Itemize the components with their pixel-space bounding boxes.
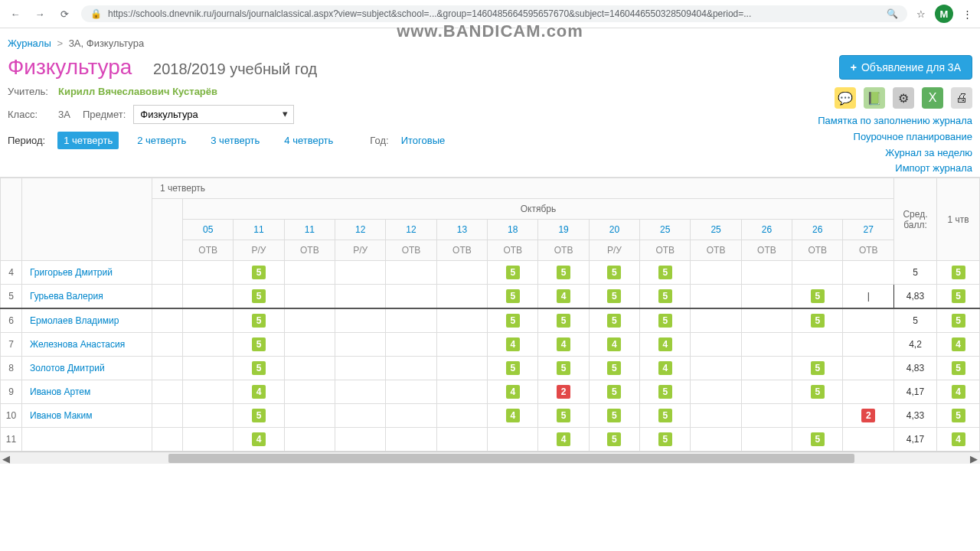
grade-cell[interactable]: 2 [538, 380, 589, 404]
student-name[interactable]: Иванов Артем [22, 380, 152, 404]
grade-cell[interactable] [152, 428, 183, 452]
grade-cell[interactable] [152, 357, 183, 380]
grade-cell[interactable]: 5 [589, 261, 639, 285]
date-header[interactable]: 26 [792, 220, 843, 240]
grade-cell[interactable] [741, 357, 792, 380]
grade-cell[interactable]: 4 [234, 428, 284, 452]
date-header[interactable]: 26 [741, 220, 792, 240]
grade-cell[interactable]: 5 [589, 308, 639, 333]
grade-cell[interactable] [691, 428, 741, 452]
grade-cell[interactable] [691, 333, 741, 357]
grade-cell[interactable] [792, 261, 843, 285]
gear-icon[interactable]: ⚙ [893, 87, 914, 109]
grade-cell[interactable]: 5 [589, 357, 639, 380]
announcement-button[interactable]: + Объявление для 3А [839, 55, 972, 80]
menu-icon[interactable]: ⋮ [962, 8, 972, 20]
final-link[interactable]: Итоговые [401, 135, 446, 146]
grade-cell[interactable]: 5 [792, 357, 843, 380]
grade-cell[interactable] [436, 285, 487, 309]
date-header[interactable]: 11 [234, 220, 284, 240]
grade-cell[interactable] [436, 357, 487, 380]
grade-cell[interactable]: 5 [589, 404, 639, 428]
breadcrumb-root[interactable]: Журналы [8, 37, 51, 49]
grade-cell[interactable] [335, 308, 386, 333]
grade-cell[interactable]: 5 [234, 357, 284, 380]
grade-cell[interactable] [843, 308, 894, 333]
grade-cell[interactable]: 5 [640, 308, 691, 333]
grade-cell[interactable] [691, 404, 741, 428]
grade-cell[interactable]: 4 [488, 380, 538, 404]
grade-cell[interactable]: 5 [640, 261, 691, 285]
subject-select[interactable]: Физкультура [133, 105, 294, 124]
grade-cell[interactable] [335, 285, 386, 309]
link-import[interactable]: Импорт журнала [818, 161, 972, 177]
search-icon[interactable]: 🔍 [887, 8, 898, 19]
grade-cell[interactable]: 5 [488, 357, 538, 380]
grade-cell[interactable] [386, 285, 436, 309]
back-button[interactable]: ← [8, 6, 23, 21]
grade-cell[interactable]: 5 [538, 404, 589, 428]
grade-cell[interactable]: 5 [234, 404, 284, 428]
period-tab-1[interactable]: 1 четверть [57, 132, 119, 149]
grade-cell[interactable]: 5 [234, 308, 284, 333]
grade-cell[interactable] [284, 428, 335, 452]
grade-cell[interactable] [183, 357, 234, 380]
grade-cell[interactable] [335, 428, 386, 452]
grade-cell[interactable] [335, 404, 386, 428]
grade-cell[interactable] [741, 308, 792, 333]
chat-icon[interactable]: 💬 [835, 87, 856, 109]
grade-cell[interactable]: 5 [792, 428, 843, 452]
scroll-left-button[interactable]: ◀ [0, 452, 12, 464]
grade-cell[interactable]: 5 [488, 285, 538, 309]
reload-button[interactable]: ⟳ [57, 6, 72, 21]
grade-cell[interactable] [386, 380, 436, 404]
date-header[interactable]: 20 [589, 220, 639, 240]
grade-cell[interactable] [436, 428, 487, 452]
teacher-name[interactable]: Кирилл Вячеславович Кустарёв [58, 86, 217, 97]
grade-cell[interactable]: 5 [234, 333, 284, 357]
grade-cell[interactable] [284, 308, 335, 333]
grade-cell[interactable]: 5 [488, 261, 538, 285]
date-header[interactable]: 27 [843, 220, 894, 240]
grade-cell[interactable] [183, 308, 234, 333]
grade-cell[interactable]: 5 [538, 308, 589, 333]
grade-cell[interactable]: 5 [640, 404, 691, 428]
grade-cell[interactable] [183, 428, 234, 452]
date-header[interactable]: 05 [183, 220, 234, 240]
excel-icon[interactable]: X [922, 87, 943, 109]
scroll-thumb[interactable] [168, 454, 854, 463]
grade-cell[interactable] [436, 261, 487, 285]
date-header[interactable]: 19 [538, 220, 589, 240]
grade-cell[interactable]: 5 [640, 428, 691, 452]
date-header[interactable]: 25 [691, 220, 741, 240]
grade-cell[interactable]: 5 [640, 285, 691, 309]
grade-cell[interactable] [436, 308, 487, 333]
grade-cell[interactable]: 5 [792, 308, 843, 333]
grade-cell[interactable] [183, 333, 234, 357]
grade-cell[interactable] [183, 404, 234, 428]
grade-cell-active[interactable] [843, 285, 894, 309]
student-name[interactable]: Гурьева Валерия [22, 285, 152, 309]
grade-cell[interactable] [488, 428, 538, 452]
grade-cell[interactable] [183, 380, 234, 404]
grade-cell[interactable] [386, 261, 436, 285]
date-header[interactable]: 18 [488, 220, 538, 240]
grade-cell[interactable] [152, 261, 183, 285]
student-name[interactable]: Железнова Анастасия [22, 333, 152, 357]
student-name[interactable]: Золотов Дмитрий [22, 357, 152, 380]
date-header[interactable]: 25 [640, 220, 691, 240]
period-tab-3[interactable]: 3 четверть [204, 132, 266, 149]
grade-cell[interactable] [386, 404, 436, 428]
student-name[interactable]: Иванов Маким [22, 404, 152, 428]
grade-cell[interactable]: 4 [640, 357, 691, 380]
grade-cell[interactable] [284, 380, 335, 404]
grade-cell[interactable] [741, 380, 792, 404]
date-header[interactable]: 13 [436, 220, 487, 240]
star-icon[interactable]: ☆ [916, 8, 926, 20]
grade-cell[interactable] [843, 380, 894, 404]
grade-cell[interactable] [792, 333, 843, 357]
grade-cell[interactable] [843, 261, 894, 285]
grade-cell[interactable]: 4 [488, 404, 538, 428]
grade-cell[interactable] [741, 261, 792, 285]
grade-cell[interactable] [843, 357, 894, 380]
